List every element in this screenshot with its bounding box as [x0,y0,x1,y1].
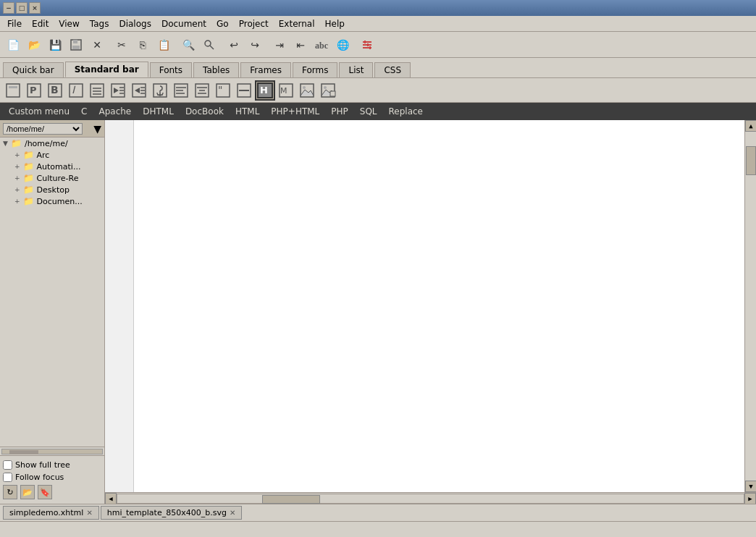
custommenu-dhtml[interactable]: DHTML [138,106,178,117]
menu-file[interactable]: File [3,17,26,30]
cut-button[interactable]: ✂ [112,35,132,55]
code-editor[interactable] [134,120,744,492]
tab-quickbar[interactable]: Quick bar [3,62,64,77]
close-button[interactable]: × [29,2,41,14]
list-ul-button[interactable] [87,80,107,101]
tree-item-desktop[interactable]: + 📁 Desktop [0,184,104,195]
close-tab-icon[interactable]: ✕ [230,509,235,517]
align-center-button[interactable] [192,80,212,101]
tab-list[interactable]: List [339,62,373,77]
menu-document[interactable]: Document [157,17,211,30]
save-as-button[interactable] [66,35,86,55]
tree-item-automati[interactable]: + 📁 Automati... [0,161,104,172]
menu-tags[interactable]: Tags [85,17,114,30]
redo-button[interactable]: ↪ [245,35,265,55]
new-button[interactable]: 📄 [3,35,23,55]
menu-project[interactable]: Project [235,17,273,30]
image-button[interactable] [297,80,317,101]
custommenu-sql[interactable]: SQL [356,106,382,117]
custommenu-php[interactable]: PHP [327,106,353,117]
sidebar-footer: Show full tree Follow focus ↻ 📂 🔖 [0,455,104,504]
indent-button[interactable]: ⇥ [269,35,290,55]
folder-open-icon[interactable]: 📂 [20,485,35,499]
outdent2-button[interactable] [129,80,149,101]
menu-edit[interactable]: Edit [28,17,53,30]
path-selector[interactable]: /home/me/ [3,123,83,135]
tree-item-label: Arc [37,151,50,160]
hscroll-track[interactable] [117,494,744,504]
paste-button[interactable]: 📋 [154,35,174,55]
tree-item-home[interactable]: ▼ 📁 /home/me/ [0,138,104,149]
sidebar-hscroll-thumb[interactable] [9,450,38,454]
menu-go[interactable]: Go [212,17,233,30]
menu-external[interactable]: External [274,17,319,30]
meta-button[interactable]: M [276,80,296,101]
close-file-button[interactable]: ✕ [87,35,107,55]
tab-label: hmi_template_850x400_b.svg [107,508,227,517]
custommenu-custom[interactable]: Custom menu [4,106,74,117]
paragraph-button[interactable]: P [24,80,44,101]
menu-dialogs[interactable]: Dialogs [114,17,155,30]
hr-button[interactable] [234,80,254,101]
custommenu-replace[interactable]: Replace [385,106,427,117]
copy-button[interactable]: ⎘ [133,35,153,55]
refresh-icon[interactable]: ↻ [3,485,17,499]
vertical-scrollbar[interactable]: ▲ ▼ [744,120,756,492]
follow-focus-checkbox[interactable] [3,473,12,482]
tab-simpledemo[interactable]: simpledemo.xhtml ✕ [3,506,99,520]
sidebar-hscroll-track[interactable] [1,449,103,454]
custommenu-phphtml[interactable]: PHP+HTML [266,106,324,117]
find-button[interactable]: 🔍 [178,35,198,55]
undo-button[interactable]: ↩ [224,35,244,55]
custommenu-docbook[interactable]: DocBook [181,106,228,117]
indent2-button[interactable] [108,80,128,101]
horizontal-scrollbar[interactable]: ◀ ▶ [105,492,756,504]
custommenu-apache[interactable]: Apache [94,106,135,117]
preferences-button[interactable] [357,35,377,55]
anchor-button[interactable] [150,80,170,101]
find-replace-button[interactable] [199,35,219,55]
tab-frames[interactable]: Frames [240,62,291,77]
close-tab-icon[interactable]: ✕ [86,509,92,517]
align-left-button[interactable] [171,80,191,101]
scroll-left-button[interactable]: ◀ [105,493,117,504]
sidebar-hscrollbar[interactable] [0,447,104,455]
menu-view[interactable]: View [54,17,83,30]
menu-help[interactable]: Help [321,17,349,30]
scroll-right-button[interactable]: ▶ [744,493,756,504]
tab-css[interactable]: CSS [374,62,411,77]
tree-item-arc[interactable]: + 📁 Arc [0,149,104,161]
spell-button[interactable]: abc [311,35,332,55]
maximize-button[interactable]: □ [16,2,28,14]
open-button[interactable]: 📂 [24,35,44,55]
preview-button[interactable]: 🌐 [332,35,353,55]
show-full-tree-checkbox[interactable] [3,460,12,470]
custommenu-html[interactable]: HTML [231,106,264,117]
sidebar-collapse-button[interactable]: ▼ [93,123,101,135]
tab-forms[interactable]: Forms [293,62,337,77]
tab-hmi-template[interactable]: hmi_template_850x400_b.svg ✕ [101,506,243,520]
save-button[interactable]: 💾 [45,35,65,55]
outdent-button[interactable]: ⇤ [290,35,311,55]
scroll-down-button[interactable]: ▼ [745,481,756,492]
tab-tables[interactable]: Tables [193,62,239,77]
scroll-up-button[interactable]: ▲ [745,120,756,132]
heading-button[interactable]: H [255,80,275,101]
scroll-track[interactable] [745,132,756,481]
body-button[interactable] [3,80,23,101]
custommenu-c[interactable]: C [77,106,91,117]
bookmark-icon[interactable]: 🔖 [38,485,52,499]
scroll-thumb[interactable] [746,146,756,175]
bold-button[interactable]: B [45,80,65,101]
image2-button[interactable] [318,80,338,101]
tab-fonts[interactable]: Fonts [150,62,192,77]
minimize-button[interactable]: − [3,2,14,14]
window-controls[interactable]: − □ × [3,2,41,14]
tab-standardbar[interactable]: Standard bar [65,62,148,77]
blockquote-button[interactable]: " [213,80,233,101]
tree-item-documen[interactable]: + 📁 Documen... [0,195,104,207]
tree-item-culture[interactable]: + 📁 Culture-Re [0,172,104,184]
hscroll-thumb[interactable] [262,495,320,504]
italic-button[interactable]: I [66,80,86,101]
editor-content: ▲ ▼ [105,120,756,492]
